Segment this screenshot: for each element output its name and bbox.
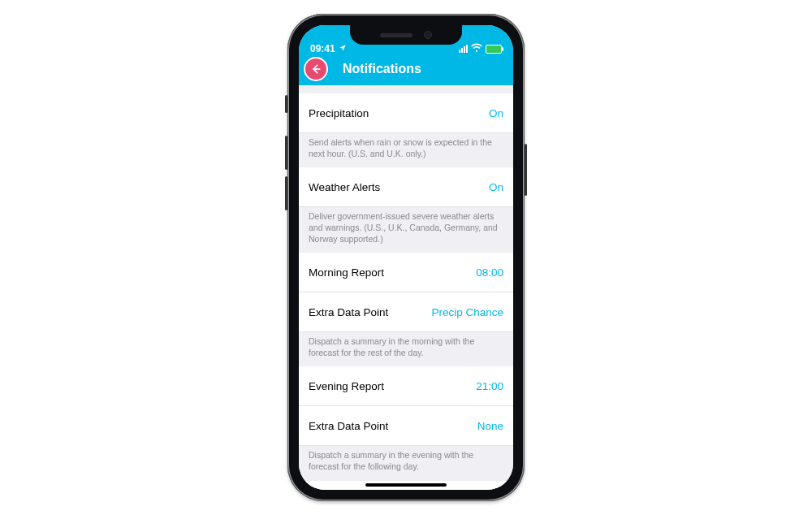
front-camera [424,31,432,39]
mute-switch [285,95,287,113]
row-value: 21:00 [476,380,503,392]
section-footer: Dispatch a summary in the morning with t… [299,332,513,366]
nav-title: Notifications [343,62,421,76]
row-label: Evening Report [309,380,384,392]
section-footer: Dispatch a summary in the evening with t… [299,446,513,480]
section-footer: Send alerts when rain or snow is expecte… [299,133,513,167]
status-time: 09:41 [310,43,335,54]
earpiece [380,33,412,37]
back-button[interactable] [304,57,328,81]
row-evening-extra-data-point[interactable]: Extra Data Point None [299,406,513,446]
row-label: Extra Data Point [309,420,388,432]
settings-list[interactable]: Precipitation On Send alerts when rain o… [299,85,513,490]
row-label: Morning Report [309,266,384,279]
row-value: On [489,107,503,119]
row-morning-report[interactable]: Morning Report 08:00 [299,253,513,292]
wifi-icon [471,43,482,54]
side-button [525,144,527,196]
row-evening-report[interactable]: Evening Report 21:00 [299,366,513,406]
row-value: Precip Chance [431,306,503,318]
cellular-icon [459,45,468,53]
volume-up-button [285,136,287,170]
section-footer: Deliver government-issued severe weather… [299,207,513,253]
screen: 09:41 [299,25,513,490]
home-indicator[interactable] [365,483,447,487]
row-precipitation[interactable]: Precipitation On [299,93,513,133]
row-value: None [477,420,503,432]
row-label: Extra Data Point [309,306,388,318]
row-value: 08:00 [476,266,503,279]
row-value: On [489,181,503,193]
battery-icon [486,45,502,54]
nav-bar: Notifications [299,56,513,85]
row-label: Precipitation [309,107,369,119]
row-label: Weather Alerts [309,181,380,193]
notch [350,25,462,45]
phone-frame: 09:41 [287,14,525,501]
location-icon [339,43,347,54]
row-weather-alerts[interactable]: Weather Alerts On [299,167,513,207]
row-morning-extra-data-point[interactable]: Extra Data Point Precip Chance [299,292,513,332]
volume-down-button [285,176,287,210]
